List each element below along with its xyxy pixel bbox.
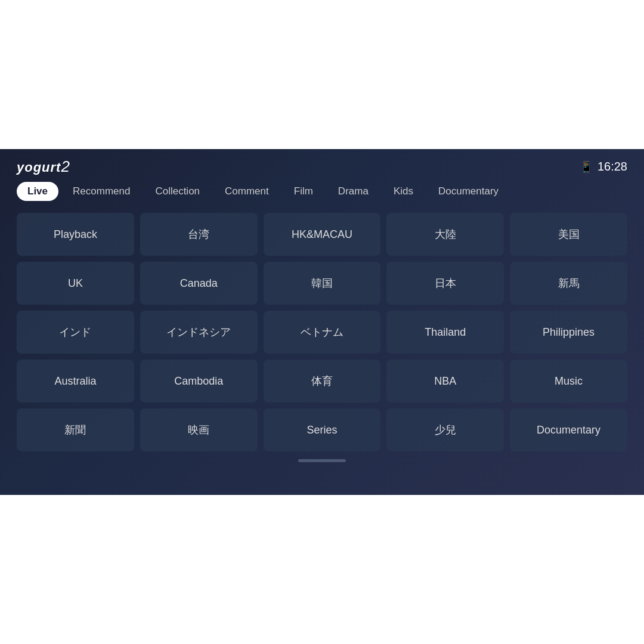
nav-tab-film[interactable]: Film <box>283 182 324 201</box>
grid-item-9[interactable]: 新馬 <box>510 262 627 305</box>
nav-tab-comment[interactable]: Comment <box>214 182 280 201</box>
grid-item-8[interactable]: 日本 <box>386 262 504 305</box>
grid-item-15[interactable]: Australia <box>17 360 134 402</box>
nav-tab-drama[interactable]: Drama <box>327 182 379 201</box>
grid-item-13[interactable]: Thailand <box>386 311 504 354</box>
grid-item-22[interactable]: Series <box>264 408 381 451</box>
clock: 16:28 <box>597 160 627 174</box>
grid-item-12[interactable]: ベトナム <box>264 311 381 354</box>
header-right: 📱 16:28 <box>580 160 627 174</box>
grid-item-5[interactable]: UK <box>17 262 134 305</box>
nav-tab-live[interactable]: Live <box>17 182 58 201</box>
channel-grid: Playback台湾HK&MACAU大陸美国UKCanada韓国日本新馬インドイ… <box>0 208 644 456</box>
nav-bar: LiveRecommendCollectionCommentFilmDramaK… <box>0 182 644 208</box>
logo-text: yogurt <box>17 160 61 175</box>
grid-item-17[interactable]: 体育 <box>264 360 381 402</box>
grid-item-7[interactable]: 韓国 <box>264 262 381 305</box>
logo-number: 2 <box>61 157 70 175</box>
grid-item-20[interactable]: 新聞 <box>17 408 134 451</box>
grid-item-2[interactable]: HK&MACAU <box>264 213 381 256</box>
nav-tab-collection[interactable]: Collection <box>144 182 210 201</box>
grid-item-1[interactable]: 台湾 <box>140 213 258 256</box>
app-logo: yogurt2 <box>17 157 70 176</box>
nav-tab-recommend[interactable]: Recommend <box>62 182 141 201</box>
grid-item-6[interactable]: Canada <box>140 262 258 305</box>
grid-item-19[interactable]: Music <box>510 360 627 402</box>
grid-item-10[interactable]: インド <box>17 311 134 354</box>
grid-item-4[interactable]: 美国 <box>510 213 627 256</box>
nav-tab-kids[interactable]: Kids <box>383 182 424 201</box>
nav-tab-documentary[interactable]: Documentary <box>428 182 509 201</box>
grid-item-11[interactable]: インドネシア <box>140 311 258 354</box>
scroll-hint <box>0 456 644 467</box>
grid-item-23[interactable]: 少兒 <box>386 408 504 451</box>
grid-item-18[interactable]: NBA <box>386 360 504 402</box>
grid-item-16[interactable]: Cambodia <box>140 360 258 402</box>
grid-item-14[interactable]: Philippines <box>510 311 627 354</box>
grid-item-3[interactable]: 大陸 <box>386 213 504 256</box>
grid-item-24[interactable]: Documentary <box>510 408 627 451</box>
grid-item-0[interactable]: Playback <box>17 213 134 256</box>
tv-screen: yogurt2 📱 16:28 LiveRecommendCollectionC… <box>0 149 644 495</box>
header: yogurt2 📱 16:28 <box>0 149 644 182</box>
grid-item-21[interactable]: 映画 <box>140 408 258 451</box>
android-icon: 📱 <box>580 160 593 174</box>
scroll-bar <box>298 459 346 462</box>
